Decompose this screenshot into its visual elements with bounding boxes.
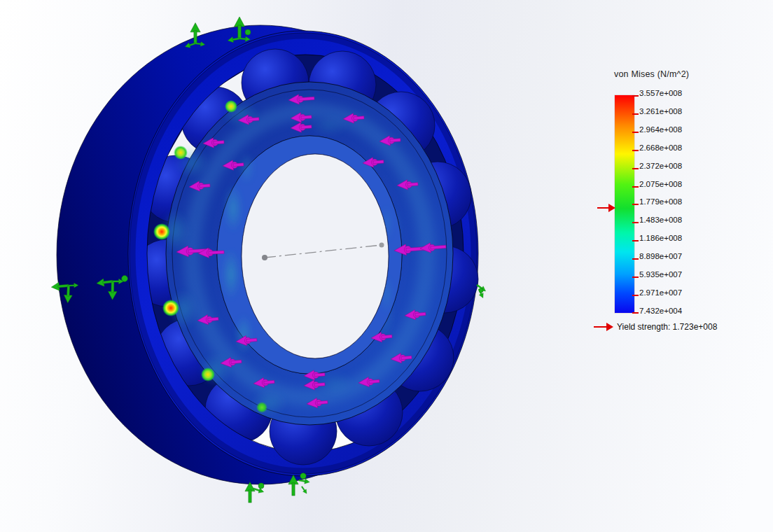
legend-tick xyxy=(632,295,639,296)
legend-tick xyxy=(632,312,639,314)
graphics-area[interactable]: von Mises (N/m^2) 3.557e+008 3.261e+008 … xyxy=(0,0,773,532)
legend-value: 2.971e+007 xyxy=(639,288,682,298)
legend-tick xyxy=(632,132,639,133)
legend-value: 3.557e+008 xyxy=(639,88,682,98)
yield-arrow-icon xyxy=(594,326,608,328)
legend-value: 1.186e+008 xyxy=(639,233,682,243)
yield-arrow-icon xyxy=(606,323,613,331)
legend-value: 1.483e+008 xyxy=(639,215,682,225)
legend-value: 2.075e+008 xyxy=(639,179,682,189)
legend-tick xyxy=(632,258,639,260)
yield-strength-pointer-arrow xyxy=(597,204,616,212)
legend-value: 2.372e+008 xyxy=(639,161,682,171)
fixture-bottom-left xyxy=(245,482,265,503)
legend-value: 2.964e+008 xyxy=(639,125,682,134)
legend-tick xyxy=(632,150,639,151)
fixture-right xyxy=(475,283,487,299)
legend-title: von Mises (N/m^2) xyxy=(614,69,689,79)
legend-tick xyxy=(632,95,639,97)
legend-tick xyxy=(632,222,639,223)
legend-colorbar xyxy=(615,95,634,313)
legend-value: 8.898e+007 xyxy=(639,251,682,261)
legend-value: 1.779e+008 xyxy=(639,197,682,206)
legend-value: 3.261e+008 xyxy=(639,106,682,116)
legend-tick xyxy=(632,204,639,205)
legend-tick xyxy=(632,276,639,278)
legend-value: 5.935e+007 xyxy=(639,270,682,279)
legend-tick xyxy=(632,186,639,188)
yield-strength-label: Yield strength: 1.723e+008 xyxy=(617,322,717,332)
legend-tick xyxy=(632,240,639,241)
legend-value: 2.668e+008 xyxy=(639,143,682,153)
legend-tick xyxy=(632,168,639,169)
legend-tick xyxy=(632,113,639,115)
legend-value: 7.432e+004 xyxy=(639,306,682,316)
stress-legend: von Mises (N/m^2) 3.557e+008 3.261e+008 … xyxy=(588,66,773,349)
